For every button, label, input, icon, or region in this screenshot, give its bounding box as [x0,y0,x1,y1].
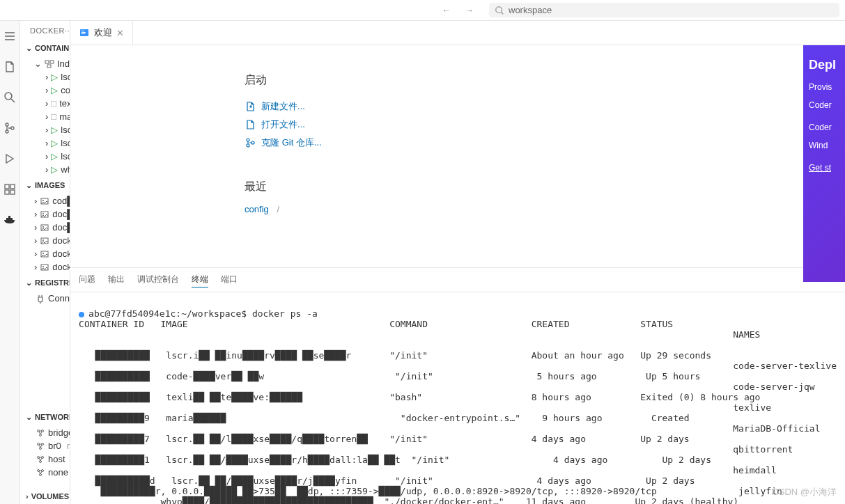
svg-line-1 [502,12,504,14]
play-icon: ▷ [51,85,58,95]
menu-icon[interactable] [0,26,20,46]
extensions-icon[interactable] [0,180,20,199]
container-item[interactable]: ›▷whyou█████ ██ong██ ██ng████ - I████ays… [20,163,70,176]
svg-point-5 [6,130,8,133]
chevron-right-icon: › [45,151,48,162]
network-item[interactable]: br0macvlan - 9 days ago [20,439,70,452]
svg-rect-9 [10,190,15,194]
container-item[interactable]: ›▷code-s████-j██ ode-s████-jq██ Up ... [20,84,70,97]
image-icon [40,262,49,272]
terminal-panel: 问题输出调试控制台终端端口 abc@77fd54094e1c:~/workspa… [70,267,845,504]
svg-point-17 [42,213,44,214]
watermark: CSDN @小海洋 [772,486,837,498]
container-item[interactable]: ›▷lscr.io/████████████████de-s... [20,70,70,84]
panel-tab[interactable]: 输出 [108,272,125,288]
svg-point-42 [247,139,249,141]
container-item[interactable]: ›□texlive/████a████te████ - E███ (0) ... [20,97,70,110]
image-item[interactable]: ›dock████ ██/nasto████nas-to████ [20,247,70,260]
editor-area: 欢迎 ✕ 启动 新建文件... 打开文件... 克隆 Git 仓库... [70,21,845,504]
more-actions-icon[interactable]: ··· [65,26,70,35]
image-item[interactable]: ›dock████ ██/hslr/s████panel [20,234,70,247]
network-item[interactable]: nonenull - 2 years ago [20,466,70,479]
terminal-active-dot [79,312,84,317]
panel-tab[interactable]: 端口 [221,272,238,288]
chevron-down-icon: ⌄ [26,278,32,288]
panel-tab[interactable]: 问题 [79,272,95,288]
image-icon [40,210,49,219]
nav-forward-icon[interactable]: → [460,3,478,17]
svg-point-21 [42,239,44,241]
images-section-header[interactable]: ⌄ IMAGES [20,178,70,193]
volumes-section-header[interactable]: › VOLUMES [20,489,70,504]
play-icon: ▷ [51,164,58,175]
image-item[interactable]: ›doc██ ██o/fileb████ ██er/fileb███ ██er [20,221,70,234]
open-file-icon [245,119,256,130]
registries-section-header[interactable]: ⌄ REGISTRIES [20,275,70,290]
chevron-right-icon: › [45,72,48,82]
chevron-right-icon: › [34,196,37,206]
network-icon [36,428,45,438]
container-item[interactable]: ›▷lscr.io/████ rv██ ██lly██ ██elly██ - U… [20,150,70,163]
play-icon: ▷ [51,125,58,135]
run-debug-icon[interactable] [0,149,20,168]
search-sidebar-icon[interactable] [0,88,20,107]
get-started-link[interactable]: Get st [809,163,831,173]
containers-section-header[interactable]: ⌄ CONTAINERS [20,40,70,56]
play-icon: ▷ [51,151,58,162]
chevron-right-icon: › [34,235,37,246]
chevron-right-icon: › [45,138,48,148]
clone-repo-link[interactable]: 克隆 Git 仓库... [245,134,845,152]
title-bar: ← → workspace [0,0,845,21]
source-control-icon[interactable] [0,118,20,138]
open-file-link[interactable]: 打开文件... [245,116,845,134]
terminal-rows: ██████████ lscr.i██ ██inu████rv████ ██se… [79,350,837,504]
container-item[interactable]: ›▷lscr.io/████ rv██ ██bi████ent ████or..… [20,123,70,136]
svg-point-0 [496,6,502,13]
terminal-output[interactable]: abc@77fd54094e1c:~/workspace$ docker ps … [70,292,845,504]
container-item[interactable]: ›▷lscr.io/████ rv██ ██ein████:lat████ ██… [20,136,70,150]
container-item[interactable]: ›□maria████ ██D-██fici██ ███rea██████ [20,110,70,123]
start-heading: 启动 [245,73,845,88]
image-item[interactable]: ›dock████ ██/nh████/██/ab████ ██i████ [20,260,70,274]
chevron-down-icon: ⌄ [26,412,32,422]
chevron-right-icon: › [34,262,37,272]
svg-rect-11 [45,61,49,63]
docker-sidebar: DOCKER ··· ⌄ CONTAINERS ⌄ Individual Con… [20,21,70,504]
terminal-prompt: abc@77fd54094e1c:~/workspace$ docker ps … [88,308,318,319]
network-item[interactable]: hosthost - 2 years ago [20,452,70,466]
tab-welcome[interactable]: 欢迎 ✕ [70,21,133,45]
svg-point-23 [42,253,44,254]
svg-rect-8 [5,190,9,194]
svg-point-6 [11,127,14,129]
svg-point-19 [42,226,44,228]
image-item[interactable]: ›doc██ ██o/apac████ebdav/ap██ ██ewebd... [20,207,70,221]
svg-rect-10 [10,184,15,189]
image-item[interactable]: ›cod██ ██rver-jqw [20,194,70,207]
image-icon [40,223,49,233]
connect-registry[interactable]: Connect Registry... [20,292,70,305]
explorer-icon[interactable] [0,57,20,77]
image-icon [40,236,49,246]
containers-group[interactable]: ⌄ Individual Containers [20,57,70,70]
activity-bar [0,21,20,504]
svg-rect-40 [82,32,86,33]
svg-line-3 [11,99,15,102]
image-icon [40,196,49,206]
network-item[interactable]: bridgebridge - 2 days ago [20,426,70,439]
chevron-down-icon: ⌄ [26,43,32,53]
panel-tab[interactable]: 调试控制台 [137,272,179,288]
new-file-link[interactable]: 新建文件... [245,97,845,116]
svg-rect-7 [5,184,9,189]
networks-section-header[interactable]: ⌄ NETWORKS [20,409,70,425]
svg-point-15 [42,200,44,201]
recent-item[interactable]: config / [245,204,845,214]
command-center[interactable]: workspace [489,3,839,17]
network-icon [36,468,45,478]
docker-icon[interactable] [0,210,20,230]
nav-back-icon[interactable]: ← [437,3,455,17]
coder-promo-panel: Depl Provis Coder Coder Wind Get st [803,45,845,282]
panel-tab[interactable]: 终端 [192,272,208,288]
search-text: workspace [509,5,552,15]
close-icon[interactable]: ✕ [116,28,124,38]
svg-point-2 [5,93,12,100]
